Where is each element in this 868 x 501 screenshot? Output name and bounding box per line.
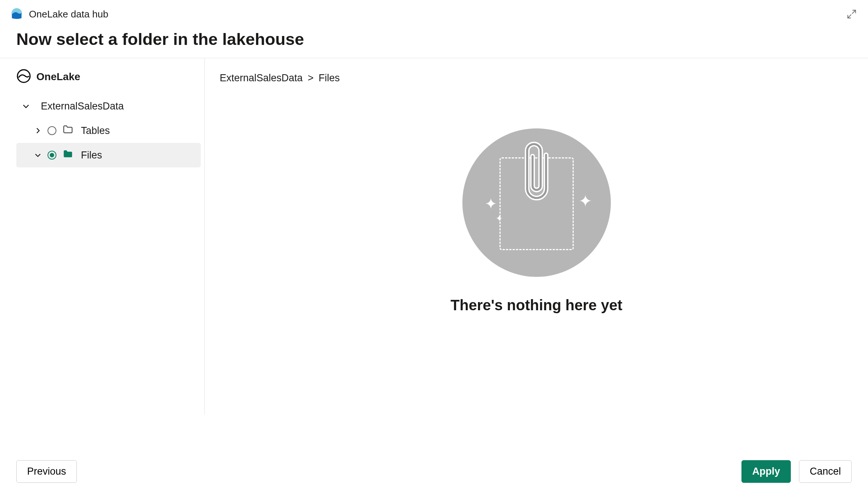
breadcrumb-part-lakehouse[interactable]: ExternalSalesData — [220, 72, 303, 84]
main-pane: ExternalSalesData > Files ✦ ✦ ✦ There's … — [205, 58, 868, 456]
footer: Previous Apply Cancel — [0, 442, 868, 501]
cancel-button[interactable]: Cancel — [799, 460, 852, 483]
chevron-down-icon[interactable] — [21, 102, 31, 111]
sparkle-icon: ✦ — [579, 191, 592, 210]
page-heading: Now select a folder in the lakehouse — [0, 22, 868, 58]
tree-node-tables-label: Tables — [81, 125, 110, 137]
chevron-right-icon[interactable] — [33, 127, 43, 135]
footer-right-group: Apply Cancel — [741, 460, 852, 483]
app-header: OneLake data hub — [0, 0, 868, 22]
breadcrumb-part-current: Files — [318, 72, 340, 84]
tree-node-lakehouse[interactable]: ExternalSalesData — [16, 94, 204, 118]
breadcrumb-separator: > — [308, 72, 314, 84]
tree-root-label: OneLake — [36, 71, 80, 83]
radio-files[interactable] — [48, 151, 56, 160]
body: OneLake ExternalSalesData Tables — [0, 58, 868, 456]
onelake-root-icon — [16, 69, 31, 85]
onelake-hub-icon — [10, 7, 23, 21]
tree-node-files-label: Files — [81, 150, 102, 161]
sparkle-icon: ✦ — [485, 195, 497, 212]
folder-outline-icon — [62, 124, 73, 138]
sparkle-icon: ✦ — [496, 214, 502, 223]
radio-tables[interactable] — [48, 126, 56, 135]
tree-node-lakehouse-label: ExternalSalesData — [41, 101, 124, 112]
empty-state-title: There's nothing here yet — [451, 297, 622, 314]
paperclip-icon — [516, 137, 557, 213]
breadcrumb: ExternalSalesData > Files — [220, 72, 340, 84]
expand-icon[interactable] — [846, 9, 857, 21]
tree-root-onelake[interactable]: OneLake — [16, 69, 204, 85]
folder-tree-sidebar: OneLake ExternalSalesData Tables — [0, 58, 205, 415]
tree-node-tables[interactable]: Tables — [16, 118, 201, 143]
folder-filled-icon — [62, 148, 73, 162]
chevron-down-icon[interactable] — [33, 151, 43, 159]
previous-button[interactable]: Previous — [16, 460, 77, 483]
apply-button[interactable]: Apply — [741, 460, 791, 483]
tree-node-files[interactable]: Files — [16, 143, 201, 167]
empty-state-graphic: ✦ ✦ ✦ — [462, 128, 611, 277]
hub-title: OneLake data hub — [29, 9, 108, 20]
